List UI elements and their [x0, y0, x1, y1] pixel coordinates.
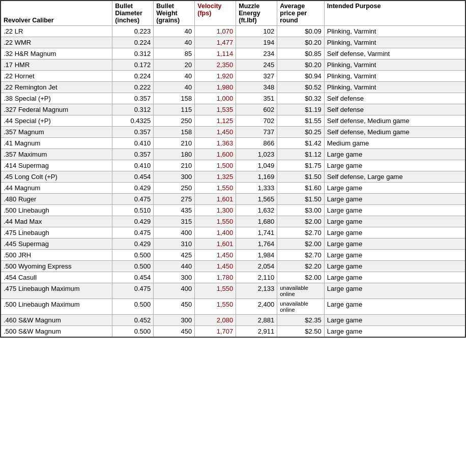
table-cell: .414 Supermag: [1, 160, 112, 171]
table-row: .460 S&W Magnum0.4523002,0802,881$2.35La…: [1, 315, 465, 326]
table-cell: 1,023: [236, 149, 277, 160]
table-cell: .500 Linebaugh: [1, 205, 112, 216]
table-cell: 1,049: [236, 160, 277, 171]
table-cell: 1,707: [195, 326, 236, 338]
table-cell: 0.475: [112, 283, 154, 299]
table-cell: $1.42: [277, 138, 325, 149]
table-cell: Large game: [324, 299, 465, 315]
table-row: .445 Supermag0.4293101,6011,764$2.00Larg…: [1, 239, 465, 250]
table-cell: 40: [154, 37, 195, 48]
table-cell: 0.510: [112, 205, 154, 216]
table-cell: 0.312: [112, 104, 154, 115]
table-cell: Large game: [324, 272, 465, 283]
table-cell: 0.429: [112, 216, 154, 227]
table-cell: .44 Special (+P): [1, 115, 112, 127]
table-cell: 300: [154, 315, 195, 326]
table-cell: 1,325: [195, 171, 236, 183]
table-cell: 180: [154, 149, 195, 160]
table-cell: 194: [236, 37, 277, 48]
table-row: .500 Linebaugh0.5104351,3001,632$3.00Lar…: [1, 205, 465, 216]
table-cell: 1,600: [195, 149, 236, 160]
table-cell: 300: [154, 272, 195, 283]
table-row: .500 S&W Magnum0.5004501,7072,911$2.50La…: [1, 326, 465, 338]
table-cell: $2.00: [277, 272, 325, 283]
table-cell: $1.12: [277, 149, 325, 160]
table-cell: $0.85: [277, 48, 325, 60]
table-cell: 866: [236, 138, 277, 149]
revolver-caliber-table: Revolver Caliber Bullet Diameter (inches…: [0, 0, 466, 338]
table-row: .22 Remington Jet0.222401,980348$0.52Pli…: [1, 82, 465, 93]
table-cell: 1,680: [236, 216, 277, 227]
table-cell: 234: [236, 48, 277, 60]
table-cell: 1,550: [195, 183, 236, 194]
table-cell: 602: [236, 104, 277, 115]
table-row: .45 Long Colt (+P)0.4543001,3251,169$1.5…: [1, 171, 465, 183]
table-cell: .500 S&W Magnum: [1, 326, 112, 338]
table-cell: .445 Supermag: [1, 239, 112, 250]
table-cell: .475 Linebaugh: [1, 227, 112, 239]
table-cell: .38 Special (+P): [1, 93, 112, 104]
header-diameter: Bullet Diameter (inches): [112, 1, 154, 26]
table-row: .500 Linebaugh Maximum0.5004501,5502,400…: [1, 299, 465, 315]
table-cell: 737: [236, 127, 277, 138]
table-row: .32 H&R Magnum0.312851,114234$0.85Self d…: [1, 48, 465, 60]
table-cell: Large game: [324, 250, 465, 261]
table-cell: .22 Hornet: [1, 71, 112, 82]
table-cell: 2,881: [236, 315, 277, 326]
table-cell: .41 Magnum: [1, 138, 112, 149]
table-cell: 0.224: [112, 37, 154, 48]
table-cell: 0.172: [112, 60, 154, 71]
table-row: .414 Supermag0.4102101,5001,049$1.75Larg…: [1, 160, 465, 171]
table-cell: $0.09: [277, 26, 325, 37]
table-cell: 1,450: [195, 261, 236, 272]
table-row: .44 Special (+P)0.43252501,125702$1.55Se…: [1, 115, 465, 127]
table-cell: Plinking, Varmint: [324, 60, 465, 71]
table-cell: Large game: [324, 216, 465, 227]
table-cell: 1,632: [236, 205, 277, 216]
table-cell: 115: [154, 104, 195, 115]
table-cell: 300: [154, 171, 195, 183]
table-cell: Large game: [324, 205, 465, 216]
table-cell: 0.429: [112, 183, 154, 194]
table-cell: Large game: [324, 315, 465, 326]
table-cell: 0.500: [112, 299, 154, 315]
table-row: .357 Magnum0.3571581,450737$0.25Self def…: [1, 127, 465, 138]
table-cell: Plinking, Varmint: [324, 26, 465, 37]
table-cell: .32 H&R Magnum: [1, 48, 112, 60]
table-cell: Large game: [324, 194, 465, 205]
table-cell: $1.50: [277, 171, 325, 183]
table-cell: 1,741: [236, 227, 277, 239]
table-cell: .22 WMR: [1, 37, 112, 48]
table-cell: .500 JRH: [1, 250, 112, 261]
table-cell: $1.55: [277, 115, 325, 127]
table-cell: 1,300: [195, 205, 236, 216]
table-cell: 1,550: [195, 299, 236, 315]
table-cell: 1,535: [195, 104, 236, 115]
table-cell: 435: [154, 205, 195, 216]
table-cell: 310: [154, 239, 195, 250]
table-cell: 0.454: [112, 272, 154, 283]
table-cell: 0.222: [112, 82, 154, 93]
table-cell: 250: [154, 183, 195, 194]
table-cell: 0.429: [112, 239, 154, 250]
table-cell: .475 Linebaugh Maximum: [1, 283, 112, 299]
table-cell: 1,450: [195, 127, 236, 138]
table-cell: 0.410: [112, 160, 154, 171]
table-cell: .45 Long Colt (+P): [1, 171, 112, 183]
table-cell: $0.20: [277, 60, 325, 71]
table-cell: .327 Federal Magnum: [1, 104, 112, 115]
table-cell: unavailable online: [277, 299, 325, 315]
table-cell: unavailable online: [277, 283, 325, 299]
table-cell: .17 HMR: [1, 60, 112, 71]
table-cell: 2,350: [195, 60, 236, 71]
table-cell: 440: [154, 261, 195, 272]
table-cell: .44 Magnum: [1, 183, 112, 194]
table-cell: .22 LR: [1, 26, 112, 37]
table-cell: 0.410: [112, 138, 154, 149]
table-cell: Self defense: [324, 93, 465, 104]
table-cell: 1,920: [195, 71, 236, 82]
table-cell: 1,601: [195, 194, 236, 205]
table-cell: Self defense, Medium game: [324, 127, 465, 138]
table-cell: 1,550: [195, 216, 236, 227]
table-cell: Self defense, Varmint: [324, 48, 465, 60]
